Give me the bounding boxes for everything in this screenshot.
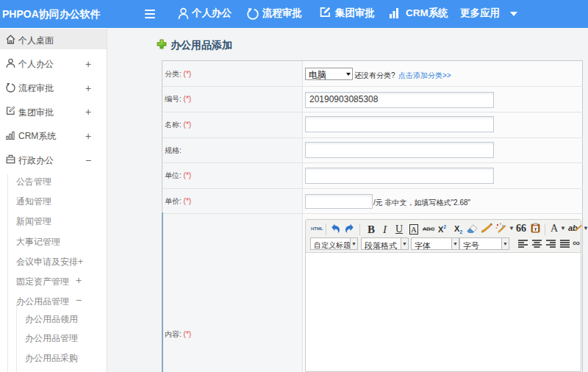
svg-text:T: T [534,226,537,232]
